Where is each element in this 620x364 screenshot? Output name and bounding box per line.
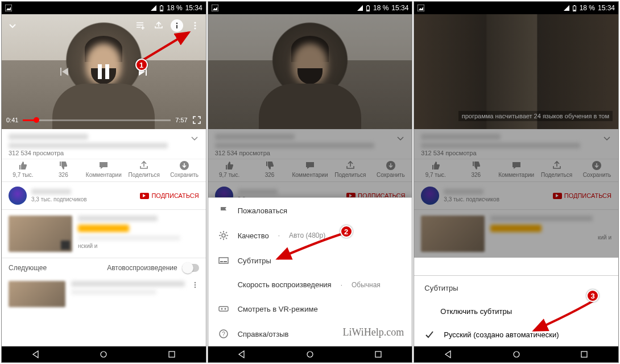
svg-point-56 xyxy=(514,351,519,357)
status-bar: 18 % 15:34 xyxy=(414,2,618,14)
home-nav-icon[interactable] xyxy=(95,349,112,359)
battery-pct: 18 % xyxy=(167,4,182,12)
phone-screen-3: 18 % 15:34 программа насчитывает 24 язык… xyxy=(414,1,619,363)
time-current: 0:41 xyxy=(6,117,18,123)
phone-screen-1: 18 % 15:34 0:41 7:57 1 xyxy=(1,1,206,363)
svg-rect-51 xyxy=(573,10,575,11)
svg-point-45 xyxy=(307,351,313,357)
status-time: 15:34 xyxy=(185,4,202,12)
svg-point-39 xyxy=(221,308,222,310)
svg-point-10 xyxy=(194,24,196,26)
comments-button[interactable]: Комментарии xyxy=(86,160,121,178)
pause-button[interactable] xyxy=(91,59,116,84)
share-button[interactable]: Поделиться xyxy=(127,160,161,178)
menu-captions[interactable]: Субтитры xyxy=(208,248,412,273)
back-nav-icon[interactable] xyxy=(27,349,44,359)
save-button[interactable]: Сохранить xyxy=(167,160,201,178)
svg-marker-24 xyxy=(33,351,38,358)
phone-screen-2: 18 % 15:34 312 534 просмотра 9,7 тыс. 32… xyxy=(208,1,413,363)
svg-point-33 xyxy=(386,161,395,170)
svg-rect-46 xyxy=(375,351,381,357)
autoplay-toggle[interactable] xyxy=(182,264,199,272)
callout-1: 1 xyxy=(135,59,148,71)
video-title-row[interactable] xyxy=(2,129,206,150)
like-button[interactable]: 9,7 тыс. xyxy=(6,160,40,178)
next-video-thumb[interactable] xyxy=(9,281,65,307)
help-icon: ? xyxy=(218,329,229,339)
cc-icon xyxy=(218,255,229,266)
subscribe-button[interactable]: ПОДПИСАТЬСЯ xyxy=(140,192,199,199)
svg-point-21 xyxy=(194,282,196,284)
menu-help[interactable]: ?Справка/отзыв xyxy=(208,321,412,346)
up-next-label: Следующее xyxy=(9,264,47,272)
svg-point-9 xyxy=(194,22,196,23)
svg-rect-32 xyxy=(367,5,369,6)
svg-point-53 xyxy=(592,161,601,170)
fullscreen-icon[interactable] xyxy=(192,115,201,125)
menu-report[interactable]: Пожаловаться xyxy=(208,198,412,223)
seek-bar[interactable] xyxy=(23,119,171,121)
share-icon[interactable] xyxy=(152,19,165,32)
svg-text:?: ? xyxy=(222,331,225,337)
view-count: 312 534 просмотра xyxy=(2,150,206,159)
captions-russian[interactable]: Русский (создано автоматически) xyxy=(414,322,618,346)
info-icon[interactable] xyxy=(171,19,183,32)
video-player-ad: программа насчитывает 24 языков обучения… xyxy=(414,14,618,129)
svg-point-22 xyxy=(194,284,196,286)
svg-rect-14 xyxy=(98,64,102,79)
callout-2: 2 xyxy=(340,225,353,238)
svg-point-11 xyxy=(194,27,196,29)
svg-rect-5 xyxy=(161,5,162,6)
svg-point-23 xyxy=(194,287,196,288)
channel-row[interactable]: 3,3 тыс. подписчиков ПОДПИСАТЬСЯ xyxy=(2,182,206,210)
captions-sheet: Субтитры Отключить субтитры Русский (соз… xyxy=(414,275,618,346)
video-player-dimmed xyxy=(208,14,412,129)
svg-marker-29 xyxy=(357,5,363,11)
svg-rect-57 xyxy=(581,351,587,357)
flag-icon xyxy=(218,205,229,216)
prev-icon[interactable] xyxy=(58,65,71,78)
menu-vr[interactable]: Смотреть в VR-режиме xyxy=(208,296,412,321)
add-playlist-icon[interactable] xyxy=(134,19,147,32)
time-duration: 7:57 xyxy=(175,117,187,123)
collapse-icon[interactable] xyxy=(6,19,19,32)
svg-point-40 xyxy=(224,308,226,310)
svg-rect-26 xyxy=(169,351,175,357)
svg-rect-0 xyxy=(5,5,12,11)
gear-icon xyxy=(218,230,229,241)
video-caption: программа насчитывает 24 языков обучения… xyxy=(458,111,613,121)
battery-icon xyxy=(159,5,164,11)
captions-off[interactable]: Отключить субтитры xyxy=(414,300,618,322)
vr-icon xyxy=(218,304,229,314)
svg-marker-48 xyxy=(419,7,423,10)
svg-rect-4 xyxy=(161,10,163,11)
svg-marker-1 xyxy=(6,7,11,10)
svg-rect-36 xyxy=(220,261,223,262)
item-overflow-icon[interactable] xyxy=(191,281,199,289)
recents-nav-icon[interactable] xyxy=(163,349,180,359)
subscriber-count: 3,3 тыс. подписчиков xyxy=(31,196,87,202)
expand-description-icon[interactable] xyxy=(190,134,199,143)
menu-speed[interactable]: Скорость воспроизведения·Обычная xyxy=(208,273,412,296)
suggestion-thumb[interactable] xyxy=(9,216,72,252)
status-bar: 18 % 15:34 xyxy=(208,2,412,14)
svg-rect-7 xyxy=(176,25,177,28)
svg-marker-28 xyxy=(213,7,217,10)
svg-point-25 xyxy=(101,351,106,357)
svg-rect-47 xyxy=(418,5,424,11)
svg-marker-2 xyxy=(151,5,156,11)
video-player[interactable]: 0:41 7:57 1 xyxy=(2,14,206,129)
callout-3: 3 xyxy=(586,289,599,302)
svg-point-8 xyxy=(176,23,177,24)
dislike-button[interactable]: 326 xyxy=(46,160,80,178)
svg-rect-12 xyxy=(60,68,61,76)
status-bar: 18 % 15:34 xyxy=(2,2,206,14)
svg-marker-13 xyxy=(62,68,68,76)
autoplay-label: Автовоспроизведение xyxy=(107,264,177,272)
svg-rect-52 xyxy=(574,5,575,6)
svg-rect-35 xyxy=(219,258,228,263)
menu-quality[interactable]: Качество·Авто (480p) xyxy=(208,223,412,248)
android-nav-bar xyxy=(2,346,206,362)
youtube-icon xyxy=(140,193,149,199)
overflow-menu-icon[interactable] xyxy=(189,19,201,32)
